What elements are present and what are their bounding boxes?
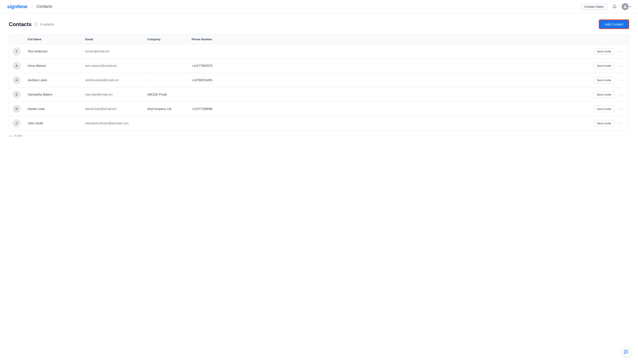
contact-sales-button[interactable]: Contact Sales (581, 3, 607, 10)
col-header-email: Email (82, 34, 144, 44)
contacts-table: Full Name Email Company Phone Number T T… (9, 34, 629, 130)
contact-company: AnyCompany Ltd. (144, 102, 188, 116)
send-invite-button[interactable]: Send Invite (593, 106, 614, 112)
col-header-avatar (9, 34, 24, 44)
contact-phone: +12077296696 (188, 102, 232, 116)
contact-actions-cell: Send Invite ··· (232, 116, 629, 130)
send-invite-button[interactable]: Send Invite (593, 120, 614, 126)
pagination-label: 1 — 6 of 6 (9, 134, 22, 138)
user-avatar-menu[interactable]: ▾ (622, 3, 631, 10)
table-header-row: Full Name Email Company Phone Number (9, 34, 629, 44)
send-invite-button[interactable]: Send Invite (593, 62, 614, 69)
table-row: S Samantha Bakers sam.bak@email.em ABCDE… (9, 88, 629, 102)
more-options-button[interactable]: ··· (617, 77, 625, 84)
pagination: 1 — 6 of 6 (9, 130, 629, 141)
contact-email: ann.watson@email.em (82, 59, 144, 73)
more-options-button[interactable]: ··· (617, 106, 625, 112)
table-row: J John Smith nikandrov.dmytro@airslate.c… (9, 116, 629, 130)
contact-name: Anna Watson (24, 59, 82, 73)
contact-actions-cell: Send Invite ··· (232, 102, 629, 116)
contact-avatar: T (13, 47, 21, 55)
contact-email: andrew.lewis@email.em (82, 73, 144, 88)
page-header: Contacts ? 6 contacts Add Contact (9, 20, 629, 29)
logo[interactable]: signNow (7, 4, 28, 10)
header: signNow Contacts Contact Sales ▾ (0, 0, 638, 13)
col-header-actions (232, 34, 629, 44)
avatar (622, 3, 629, 10)
contact-name: Tom Anderson (24, 44, 82, 59)
contact-name: Daniel Lowe (24, 102, 82, 116)
contact-actions-cell: Send Invite ··· (232, 88, 629, 102)
contact-avatar-cell: D (9, 102, 24, 116)
contact-phone: - (188, 116, 232, 130)
contact-phone: - (188, 44, 232, 59)
more-options-button[interactable]: ··· (617, 120, 625, 126)
send-invite-button[interactable]: Send Invite (593, 92, 614, 98)
contact-actions-cell: Send Invite ··· (232, 73, 629, 88)
contact-avatar-cell: T (9, 44, 24, 59)
send-invite-button[interactable]: Send Invite (593, 77, 614, 84)
contact-company: - (144, 59, 188, 73)
send-invite-button[interactable]: Send Invite (593, 48, 614, 55)
more-options-button[interactable]: ··· (617, 48, 625, 55)
header-title: Contacts (37, 4, 52, 9)
contact-avatar: A (13, 62, 21, 70)
contact-name: Samantha Bakers (24, 88, 82, 102)
contact-avatar: A (13, 76, 21, 84)
col-header-company: Company (144, 34, 188, 44)
more-options-button[interactable]: ··· (617, 62, 625, 69)
contact-email: sam.bak@email.em (82, 88, 144, 102)
svg-point-0 (624, 5, 626, 7)
contact-company: - (144, 116, 188, 130)
contact-phone: +16786254455 (188, 73, 232, 88)
logo-sign: sign (7, 4, 17, 10)
header-divider (32, 4, 32, 10)
contact-company: - (144, 73, 188, 88)
table-row: A Anna Watson ann.watson@email.em - +141… (9, 59, 629, 73)
header-right: Contact Sales ▾ (581, 3, 631, 10)
contacts-table-container: Full Name Email Company Phone Number T T… (9, 34, 629, 130)
page-title: Contacts (9, 21, 32, 28)
logo-now: Now (17, 4, 27, 10)
contact-email: nikandrov.dmytro@airslate.com (82, 116, 144, 130)
contact-company: ABCDE Prods (144, 88, 188, 102)
contact-actions-cell: Send Invite ··· (232, 44, 629, 59)
contact-name: John Smith (24, 116, 82, 130)
contact-avatar-cell: A (9, 59, 24, 73)
more-options-button[interactable]: ··· (617, 92, 625, 98)
col-header-phone: Phone Number (188, 34, 232, 44)
contact-phone: +14177692579 (188, 59, 232, 73)
notification-bell-icon[interactable] (611, 3, 618, 10)
table-row: T Tom Anderson toman@email.em - - Send I… (9, 44, 629, 59)
contact-avatar-cell: S (9, 88, 24, 102)
contact-avatar: D (13, 105, 21, 113)
contacts-count: 6 contacts (40, 22, 54, 26)
table-row: A Andrew Lewis andrew.lewis@email.em - +… (9, 73, 629, 88)
contact-avatar-cell: A (9, 73, 24, 88)
contact-actions-cell: Send Invite ··· (232, 59, 629, 73)
contact-email: toman@email.em (82, 44, 144, 59)
help-icon[interactable]: ? (34, 22, 38, 26)
add-contact-button[interactable]: Add Contact (599, 20, 629, 29)
table-row: D Daniel Lowe daniel.lowe@email.em AnyCo… (9, 102, 629, 116)
contact-avatar: S (13, 90, 21, 98)
col-header-full-name: Full Name (24, 34, 82, 44)
contact-avatar-cell: J (9, 116, 24, 130)
avatar-chevron-icon: ▾ (629, 5, 631, 8)
page-header-left: Contacts ? 6 contacts (9, 21, 54, 28)
contact-company: - (144, 44, 188, 59)
main-content: Contacts ? 6 contacts Add Contact Full N… (0, 13, 638, 147)
contact-avatar: J (13, 119, 21, 127)
contact-email: daniel.lowe@email.em (82, 102, 144, 116)
contact-name: Andrew Lewis (24, 73, 82, 88)
contact-phone: - (188, 88, 232, 102)
